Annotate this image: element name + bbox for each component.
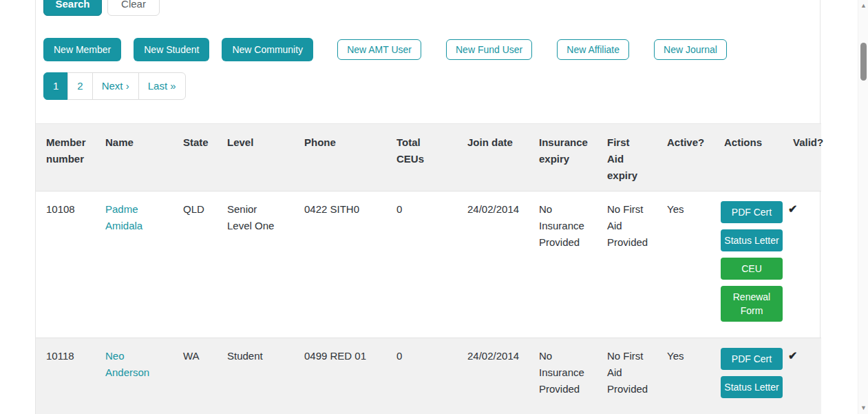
col-join-date: Join date	[457, 124, 529, 192]
col-first-aid-expiry: First Aid expiry	[597, 124, 657, 192]
col-name: Name	[95, 124, 173, 192]
scroll-up-icon[interactable]: ▲	[858, 1, 868, 10]
clear-button[interactable]: Clear	[107, 0, 160, 16]
cell-actions: PDF Cert Status Letter	[714, 338, 783, 414]
scrollbar-thumb[interactable]	[860, 43, 867, 81]
vertical-scrollbar[interactable]: ▲ ▼	[858, 0, 868, 414]
col-level: Level	[217, 124, 294, 192]
last-page-button[interactable]: Last »	[138, 72, 186, 100]
cell-active: Yes	[657, 192, 714, 338]
cell-phone: 0499 RED 01	[294, 338, 386, 414]
col-phone: Phone	[294, 124, 386, 192]
new-student-button[interactable]: New Student	[134, 38, 209, 61]
cell-total-ceus: 0	[386, 192, 457, 338]
search-button[interactable]: Search	[43, 0, 102, 16]
create-buttons-row: New Member New Student New Community New…	[43, 38, 752, 61]
cell-first-aid-expiry: No First Aid Provided	[597, 338, 657, 414]
cell-state: QLD	[173, 192, 217, 338]
col-active: Active?	[657, 124, 714, 192]
cell-total-ceus: 0	[386, 338, 457, 414]
cell-name: Padme Amidala	[95, 192, 173, 338]
valid-check-icon: ✔	[788, 350, 797, 362]
next-page-button[interactable]: Next ›	[92, 72, 139, 100]
cell-member-number: 10118	[36, 338, 95, 414]
col-state: State	[173, 124, 217, 192]
new-fund-user-button[interactable]: New Fund User	[446, 39, 532, 60]
scroll-down-icon[interactable]: ▼	[858, 403, 868, 413]
col-valid: Valid?	[783, 124, 821, 192]
new-amt-user-button[interactable]: New AMT User	[337, 39, 421, 60]
valid-check-icon: ✔	[788, 203, 797, 215]
member-name-link[interactable]: Neo Anderson	[105, 350, 149, 378]
page-1-button[interactable]: 1	[43, 72, 68, 100]
col-actions: Actions	[714, 124, 783, 192]
ceu-button[interactable]: CEU	[721, 258, 783, 280]
members-table: Member number Name State Level Phone Tot…	[36, 123, 821, 414]
cell-valid: ✔	[783, 192, 821, 338]
page-2-button[interactable]: 2	[67, 72, 92, 100]
new-affiliate-button[interactable]: New Affiliate	[557, 39, 629, 60]
members-panel: Search Clear New Member New Student New …	[35, 0, 821, 414]
col-insurance-expiry: Insurance expiry	[529, 124, 597, 192]
cell-join-date: 24/02/2014	[457, 338, 529, 414]
new-member-button[interactable]: New Member	[43, 38, 121, 61]
new-journal-button[interactable]: New Journal	[654, 39, 727, 60]
cell-join-date: 24/02/2014	[457, 192, 529, 338]
member-name-link[interactable]: Padme Amidala	[105, 203, 142, 231]
col-total-ceus: Total CEUs	[386, 124, 457, 192]
col-member-number: Member number	[36, 124, 95, 192]
cell-member-number: 10108	[36, 192, 95, 338]
cell-level: Senior Level One	[217, 192, 294, 338]
pdf-cert-button[interactable]: PDF Cert	[721, 348, 783, 370]
cell-state: WA	[173, 338, 217, 414]
pagination: 1 2 Next › Last »	[43, 72, 186, 100]
new-community-button[interactable]: New Community	[222, 38, 313, 61]
cell-first-aid-expiry: No First Aid Provided	[597, 192, 657, 338]
cell-insurance-expiry: No Insurance Provided	[529, 338, 597, 414]
table-header: Member number Name State Level Phone Tot…	[36, 124, 821, 192]
cell-insurance-expiry: No Insurance Provided	[529, 192, 597, 338]
cell-level: Student	[217, 338, 294, 414]
status-letter-button[interactable]: Status Letter	[721, 229, 783, 251]
cell-actions: PDF Cert Status Letter CEU Renewal Form	[714, 192, 783, 338]
pdf-cert-button[interactable]: PDF Cert	[721, 201, 783, 223]
status-letter-button[interactable]: Status Letter	[721, 376, 783, 398]
cell-valid: ✔	[783, 338, 821, 414]
cell-name: Neo Anderson	[95, 338, 173, 414]
cell-phone: 0422 SITH0	[294, 192, 386, 338]
table-row: 10118 Neo Anderson WA Student 0499 RED 0…	[36, 338, 821, 414]
table-row: 10108 Padme Amidala QLD Senior Level One…	[36, 192, 821, 338]
cell-active: Yes	[657, 338, 714, 414]
renewal-form-button[interactable]: Renewal Form	[721, 286, 783, 322]
